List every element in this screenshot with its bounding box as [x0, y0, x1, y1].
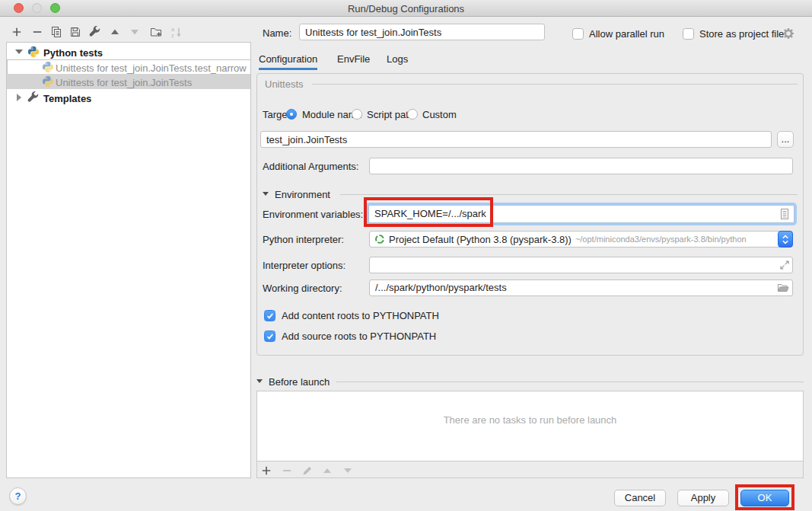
radio-module-name[interactable] [286, 109, 297, 120]
tab-logs[interactable]: Logs [387, 53, 408, 70]
interpreter-options-input[interactable] [369, 257, 793, 273]
before-launch-line [336, 382, 804, 382]
before-launch-empty-text: There are no tasks to run before launch [257, 414, 803, 426]
radio-custom[interactable] [407, 109, 418, 120]
remove-configuration-icon[interactable] [31, 26, 43, 38]
browse-folder-icon[interactable] [777, 282, 789, 294]
copy-configuration-icon[interactable] [50, 26, 62, 38]
move-task-down-icon[interactable] [344, 468, 352, 473]
ok-button[interactable]: OK [740, 490, 789, 506]
group-title-line [312, 84, 798, 85]
add-source-roots-checkbox[interactable] [264, 331, 275, 342]
environment-variables-label: Environment variables: [263, 209, 363, 220]
help-button[interactable]: ? [9, 487, 27, 505]
name-label: Name: [263, 27, 291, 39]
new-folder-icon[interactable] [150, 26, 162, 38]
tree-item-label: Unittests for test_join.JoinTests.test_n… [56, 61, 247, 75]
working-directory-value: /.../spark/python/pyspark/tests [375, 282, 507, 293]
add-content-roots-checkbox[interactable] [264, 310, 275, 321]
save-configuration-icon[interactable] [69, 26, 81, 38]
tree-item-label: Unittests for test_join.JoinTests [56, 75, 192, 89]
conda-environment-icon [374, 234, 385, 244]
move-up-icon[interactable] [109, 26, 121, 38]
unittests-group-title: Unittests [265, 78, 304, 90]
store-options-gear-icon[interactable] [782, 27, 794, 40]
name-input[interactable] [299, 24, 545, 40]
tab-configuration[interactable]: Configuration [259, 53, 317, 70]
browse-target-button[interactable]: ... [777, 131, 794, 148]
move-down-icon[interactable] [129, 26, 141, 38]
configurations-tree: Python tests Unittests for test_join.Joi… [6, 42, 251, 478]
apply-button[interactable]: Apply [677, 490, 729, 506]
additional-arguments-input[interactable] [369, 158, 793, 174]
add-configuration-icon[interactable] [11, 26, 23, 38]
wrench-icon [27, 91, 40, 104]
interpreter-options-label: Interpreter options: [263, 260, 345, 271]
tree-item-label: Python tests [43, 46, 103, 59]
allow-parallel-run-label: Allow parallel run [589, 28, 664, 40]
store-as-project-file-checkbox[interactable] [683, 28, 694, 40]
before-launch-collapse-icon[interactable] [256, 379, 263, 383]
run-debug-configurations-dialog: { "colors": { "accent_blue": "#3a89f0", … [0, 0, 812, 511]
environment-variables-input[interactable]: SPARK_HOME=/.../spark [368, 205, 794, 223]
environment-section-line [340, 194, 798, 195]
remove-task-icon[interactable] [281, 465, 293, 477]
python-interpreter-path: ~/opt/miniconda3/envs/pyspark-3.8/bin/py… [575, 235, 747, 244]
tree-item-unittests-test-narrow[interactable]: Unittests for test_join.JoinTests.test_n… [7, 59, 251, 75]
edit-templates-wrench-icon[interactable] [89, 26, 101, 38]
tree-item-python-tests[interactable]: Python tests [7, 44, 250, 59]
environment-section-title[interactable]: Environment [275, 189, 330, 200]
environment-collapse-icon[interactable] [263, 192, 269, 196]
python-test-icon [42, 61, 54, 73]
target-value-input[interactable] [260, 131, 772, 148]
python-interpreter-value: Project Default (Python 3.8 (pyspark-3.8… [389, 234, 572, 245]
tab-envfile[interactable]: EnvFile [337, 53, 370, 70]
python-interpreter-label: Python interpreter: [263, 234, 344, 245]
environment-variables-value: SPARK_HOME=/.../spark [374, 208, 486, 219]
add-task-icon[interactable] [260, 465, 272, 477]
allow-parallel-run-checkbox[interactable] [572, 28, 584, 40]
before-launch-task-list[interactable]: There are no tasks to run before launch [257, 391, 803, 461]
store-as-project-file-label: Store as project file [699, 28, 784, 40]
add-source-roots-label: Add source roots to PYTHONPATH [282, 331, 436, 342]
tree-item-templates[interactable]: Templates [7, 90, 250, 105]
python-interpreter-select[interactable]: Project Default (Python 3.8 (pyspark-3.8… [369, 231, 793, 248]
collapse-arrow-icon[interactable] [15, 50, 23, 54]
before-launch-panel: There are no tasks to run before launch [256, 391, 804, 478]
edit-task-pencil-icon[interactable] [301, 465, 314, 477]
working-directory-input[interactable]: /.../spark/python/pyspark/tests [369, 279, 793, 296]
additional-arguments-label: Additional Arguments: [263, 161, 358, 172]
cancel-button[interactable]: Cancel [614, 490, 666, 506]
sort-alphabetically-icon[interactable] [170, 26, 183, 38]
add-content-roots-label: Add content roots to PYTHONPATH [282, 310, 439, 321]
move-task-up-icon[interactable] [323, 468, 331, 473]
window-title: Run/Debug Configurations [0, 3, 812, 14]
edit-variables-list-icon[interactable] [779, 208, 791, 220]
python-test-icon [42, 75, 54, 88]
radio-script-path[interactable] [352, 109, 362, 120]
tree-item-label: Templates [43, 91, 91, 105]
radio-custom-label: Custom [422, 109, 457, 120]
python-icon [27, 46, 40, 58]
tree-item-unittests-jointests[interactable]: Unittests for test_join.JoinTests [7, 74, 250, 89]
expand-field-icon[interactable] [779, 259, 791, 271]
expand-arrow-icon[interactable] [17, 94, 21, 101]
interpreter-dropdown-stepper[interactable] [778, 231, 793, 248]
before-launch-title[interactable]: Before launch [269, 376, 330, 388]
working-directory-label: Working directory: [263, 283, 342, 294]
title-bar: Run/Debug Configurations [0, 0, 812, 17]
